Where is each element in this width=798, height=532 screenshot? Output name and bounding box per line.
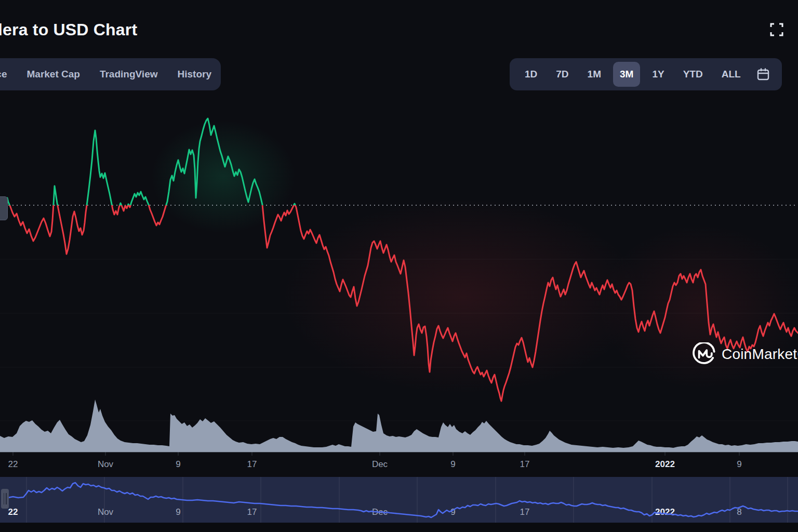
fullscreen-button[interactable] [768, 21, 786, 38]
x-axis-ticks [13, 452, 739, 456]
range-button-ytd[interactable]: YTD [676, 62, 710, 87]
range-button-7d[interactable]: 7D [549, 62, 575, 87]
navigator-gridlines [26, 477, 788, 523]
range-button-1d[interactable]: 1D [518, 62, 544, 87]
watermark: CoinMarketCap [692, 342, 798, 366]
range-buttons: 1D7D1M3M1YYTDALL [518, 62, 748, 87]
coinmarketcap-logo-icon [692, 342, 716, 366]
tab-history[interactable]: History [177, 69, 211, 80]
page-title: Hedera to USD Chart [0, 20, 137, 39]
horizontal-gridlines [0, 259, 798, 421]
navigator-left-handle[interactable] [1, 489, 9, 509]
chart-page: 22Nov917Dec91720229 22Nov917Dec91720228 … [0, 0, 798, 532]
tab-tradingview[interactable]: TradingView [100, 69, 158, 80]
watermark-label: CoinMarketCap [722, 346, 798, 363]
volume-area [0, 400, 798, 452]
calendar-button[interactable] [753, 64, 774, 85]
calendar-icon [756, 67, 770, 82]
price-line-above-baseline [0, 118, 798, 401]
navigator-line [3, 483, 798, 517]
range-button-1m[interactable]: 1M [581, 62, 608, 87]
chart-tab-bar: PriceMarket CapTradingViewHistory [0, 58, 221, 90]
baseline-left-marker[interactable] [0, 196, 8, 220]
range-button-3m[interactable]: 3M [613, 62, 640, 87]
tab-price[interactable]: Price [0, 69, 7, 80]
range-button-all[interactable]: ALL [715, 62, 748, 87]
range-selector: 1D7D1M3M1YYTDALL [510, 58, 782, 90]
range-button-1y[interactable]: 1Y [645, 62, 671, 87]
tab-market-cap[interactable]: Market Cap [26, 69, 79, 80]
fullscreen-icon [768, 21, 786, 38]
price-line-below-baseline [0, 118, 798, 401]
